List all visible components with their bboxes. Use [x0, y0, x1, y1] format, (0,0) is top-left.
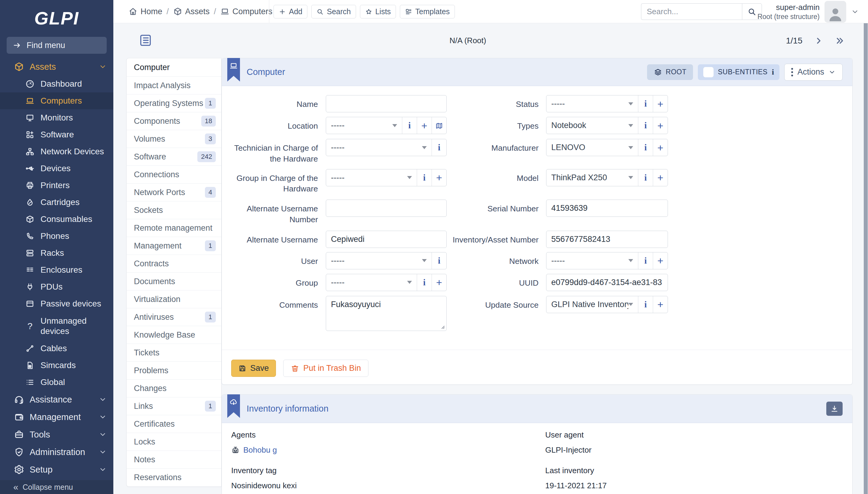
- tab-links[interactable]: Links1: [127, 397, 221, 415]
- sidebar-item-dashboard[interactable]: Dashboard: [0, 75, 113, 92]
- group-in-charge-select[interactable]: -----: [326, 169, 417, 186]
- sidebar-item-unmanaged-devices[interactable]: ? Unmanaged devices: [0, 312, 113, 340]
- location-map-button[interactable]: [432, 117, 446, 134]
- resize-handle[interactable]: [440, 324, 445, 329]
- tab-sockets[interactable]: Sockets: [127, 202, 221, 219]
- uuid-input[interactable]: [546, 274, 668, 291]
- status-select[interactable]: -----: [546, 95, 638, 112]
- trash-button[interactable]: Put in Trash Bin: [283, 360, 369, 377]
- sidebar-item-monitors[interactable]: Monitors: [0, 109, 113, 126]
- tab-components[interactable]: Components18: [127, 112, 221, 130]
- actions-button[interactable]: Actions: [784, 64, 843, 81]
- add-button[interactable]: Add: [273, 5, 307, 18]
- sidebar-item-software[interactable]: Software: [0, 126, 113, 143]
- sidebar-group-management[interactable]: Management: [0, 408, 113, 426]
- sidebar-group-tools[interactable]: Tools: [0, 426, 113, 443]
- technician-select[interactable]: -----: [326, 139, 432, 156]
- tab-certificates[interactable]: Certificates: [127, 415, 221, 433]
- location-add-button[interactable]: +: [417, 117, 432, 134]
- breadcrumb-computers[interactable]: Computers: [220, 7, 272, 16]
- tab-problems[interactable]: Problems: [127, 362, 221, 380]
- manufacturer-select[interactable]: LENOVO: [546, 139, 638, 156]
- sidebar-item-network-devices[interactable]: Network Devices: [0, 143, 113, 160]
- last-record-button[interactable]: [835, 36, 845, 45]
- tab-connections[interactable]: Connections: [127, 166, 221, 184]
- group-in-charge-add-button[interactable]: +: [432, 169, 446, 186]
- types-info-button[interactable]: i: [638, 117, 653, 134]
- tab-remote-management[interactable]: Remote management: [127, 219, 221, 237]
- types-select[interactable]: Notebook: [546, 117, 638, 134]
- user-select[interactable]: -----: [326, 252, 432, 269]
- tab-computer[interactable]: Computer: [127, 58, 221, 77]
- serial-number-input[interactable]: [546, 200, 668, 217]
- subentities-checkbox[interactable]: [703, 67, 713, 77]
- tab-volumes[interactable]: Volumes3: [127, 130, 221, 148]
- sidebar-item-consumables[interactable]: Consumables: [0, 211, 113, 228]
- alt-username-input[interactable]: [326, 231, 447, 248]
- status-info-button[interactable]: i: [638, 95, 653, 112]
- sidebar-group-administration[interactable]: Administration: [0, 443, 113, 461]
- download-inventory-button[interactable]: [826, 402, 843, 416]
- sidebar-item-simcards[interactable]: Simcards: [0, 357, 113, 374]
- agent-link[interactable]: Bohobu g: [231, 445, 534, 455]
- subentities-toggle[interactable]: SUB-ENTITIES i: [698, 64, 779, 80]
- user-menu[interactable]: super-admin Root (tree structure): [757, 0, 859, 23]
- group-add-button[interactable]: +: [432, 274, 446, 291]
- manufacturer-add-button[interactable]: +: [653, 139, 668, 156]
- list-view-button[interactable]: [139, 33, 152, 48]
- scrollbar[interactable]: [864, 23, 868, 494]
- sidebar-item-passive-devices[interactable]: Passive devices: [0, 295, 113, 312]
- collapse-menu-button[interactable]: « Collapse menu: [0, 480, 113, 494]
- sidebar-group-assistance[interactable]: Assistance: [0, 391, 113, 408]
- update-source-info-button[interactable]: i: [638, 296, 653, 313]
- manufacturer-info-button[interactable]: i: [638, 139, 653, 156]
- next-record-button[interactable]: [814, 36, 824, 45]
- scrollbar-thumb[interactable]: [864, 23, 868, 494]
- user-info-button[interactable]: i: [432, 252, 446, 269]
- model-select[interactable]: ThinkPad X250: [546, 169, 638, 186]
- sidebar-group-assets[interactable]: Assets: [0, 58, 113, 75]
- model-info-button[interactable]: i: [638, 169, 653, 186]
- tab-locks[interactable]: Locks: [127, 433, 221, 451]
- tab-operating-systems[interactable]: Operating Systems1: [127, 95, 221, 112]
- update-source-select[interactable]: GLPI Native Inventory: [546, 296, 638, 313]
- sidebar-item-racks[interactable]: Racks: [0, 245, 113, 262]
- types-add-button[interactable]: +: [653, 117, 668, 134]
- sidebar-group-setup[interactable]: Setup: [0, 461, 113, 478]
- model-add-button[interactable]: +: [653, 169, 668, 186]
- sidebar-item-global[interactable]: Global: [0, 374, 113, 391]
- global-search-input[interactable]: [641, 3, 742, 20]
- group-info-button[interactable]: i: [417, 274, 432, 291]
- network-select[interactable]: -----: [546, 252, 638, 269]
- lists-button[interactable]: Lists: [360, 5, 396, 18]
- sidebar-item-computers[interactable]: Computers: [0, 92, 113, 109]
- tab-antiviruses[interactable]: Antiviruses1: [127, 308, 221, 326]
- network-info-button[interactable]: i: [638, 252, 653, 269]
- tab-network-ports[interactable]: Network Ports4: [127, 184, 221, 202]
- sidebar-item-cartridges[interactable]: Cartridges: [0, 194, 113, 211]
- search-button[interactable]: Search: [311, 5, 356, 18]
- tab-contracts[interactable]: Contracts: [127, 255, 221, 273]
- tab-management[interactable]: Management1: [127, 237, 221, 255]
- tab-changes[interactable]: Changes: [127, 380, 221, 397]
- breadcrumb-home[interactable]: Home: [128, 7, 162, 16]
- tab-software[interactable]: Software242: [127, 148, 221, 166]
- sidebar-item-devices[interactable]: Devices: [0, 160, 113, 177]
- sidebar-item-printers[interactable]: Printers: [0, 177, 113, 194]
- network-add-button[interactable]: +: [653, 252, 668, 269]
- sidebar-item-enclosures[interactable]: Enclosures: [0, 262, 113, 279]
- tab-impact-analysis[interactable]: Impact Analysis: [127, 77, 221, 95]
- find-menu-button[interactable]: Find menu: [7, 37, 107, 54]
- group-select[interactable]: -----: [326, 274, 417, 291]
- location-select[interactable]: -----: [326, 117, 402, 134]
- save-button[interactable]: Save: [231, 360, 276, 377]
- tab-virtualization[interactable]: Virtualization: [127, 290, 221, 308]
- breadcrumb-assets[interactable]: Assets: [173, 7, 210, 16]
- sidebar-item-pdus[interactable]: PDUs: [0, 279, 113, 295]
- templates-button[interactable]: Templates: [400, 5, 455, 18]
- root-entity-badge[interactable]: ROOT: [647, 64, 693, 80]
- comments-textarea[interactable]: Fukasoyuyuci: [326, 296, 447, 331]
- sidebar-item-cables[interactable]: Cables: [0, 340, 113, 357]
- group-in-charge-info-button[interactable]: i: [417, 169, 432, 186]
- tab-reservations[interactable]: Reservations: [127, 469, 221, 487]
